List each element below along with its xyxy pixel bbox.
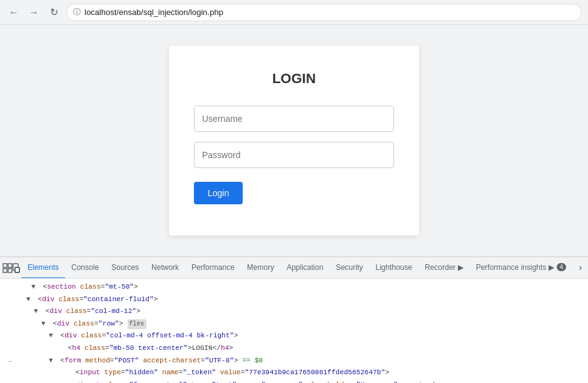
html-line[interactable]: <input type="hidden" name="_token" value…	[0, 367, 588, 379]
tab-memory[interactable]: Memory	[241, 257, 280, 279]
html-line[interactable]: ▼ <div class="container-fluid">	[0, 294, 588, 306]
html-line[interactable]: ▼ <div class="row"> flex	[0, 318, 588, 331]
html-line[interactable]: … ▼ <form method="POST" accept-charset="…	[0, 355, 588, 367]
username-input[interactable]	[194, 106, 394, 132]
lock-icon: ⓘ	[73, 7, 81, 17]
svg-rect-0	[3, 264, 7, 267]
inspect-element-button[interactable]	[3, 259, 13, 277]
login-button[interactable]: Login	[194, 182, 243, 204]
tab-application[interactable]: Application	[280, 257, 330, 279]
forward-button[interactable]: →	[26, 5, 41, 20]
tab-sources[interactable]: Sources	[105, 257, 145, 279]
html-line[interactable]: ▼ <div class="col-md-4 offset-md-4 bk-ri…	[0, 330, 588, 342]
devtools-html-content[interactable]: ▼ <section class="mt-50"> ▼ <div class="…	[0, 279, 588, 383]
svg-rect-3	[8, 269, 12, 272]
page-content: LOGIN Login	[0, 25, 588, 256]
password-input[interactable]	[194, 142, 394, 168]
tab-lighthouse[interactable]: Lighthouse	[369, 257, 418, 279]
tab-recorder[interactable]: Recorder ▶	[418, 257, 470, 279]
svg-rect-2	[3, 269, 7, 272]
tab-elements[interactable]: Elements	[21, 257, 65, 279]
devtools-panel: Elements Console Sources Network Perform…	[0, 256, 588, 383]
back-button[interactable]: ←	[6, 5, 21, 20]
svg-rect-5	[15, 267, 19, 272]
tab-performance[interactable]: Performance	[185, 257, 241, 279]
device-toolbar-button[interactable]	[13, 259, 21, 277]
html-line[interactable]: ▼ <div class="col-md-12">	[0, 306, 588, 318]
browser-chrome: ← → ↻ ⓘ localhost/ensab/sql_injection/lo…	[0, 0, 588, 25]
login-card: LOGIN Login	[169, 46, 419, 236]
tab-security[interactable]: Security	[330, 257, 369, 279]
tab-performance-insights[interactable]: Performance insights ▶ 4	[470, 257, 573, 279]
login-title: LOGIN	[194, 71, 394, 87]
tab-more[interactable]: ›	[572, 257, 588, 279]
address-bar[interactable]: ⓘ localhost/ensab/sql_injection/login.ph…	[66, 4, 582, 21]
reload-button[interactable]: ↻	[46, 5, 61, 20]
svg-rect-1	[8, 264, 12, 267]
tab-console[interactable]: Console	[65, 257, 105, 279]
devtools-tabs: Elements Console Sources Network Perform…	[0, 257, 588, 279]
tab-network[interactable]: Network	[145, 257, 185, 279]
html-line[interactable]: ▼ <section class="mt-50">	[0, 281, 588, 294]
html-line[interactable]: <input class="form-control" type="text" …	[0, 379, 588, 383]
html-line[interactable]: <h4 class="mb-50 text-center">LOGIN</h4>	[0, 342, 588, 355]
url-text: localhost/ensab/sql_injection/login.php	[84, 7, 223, 17]
